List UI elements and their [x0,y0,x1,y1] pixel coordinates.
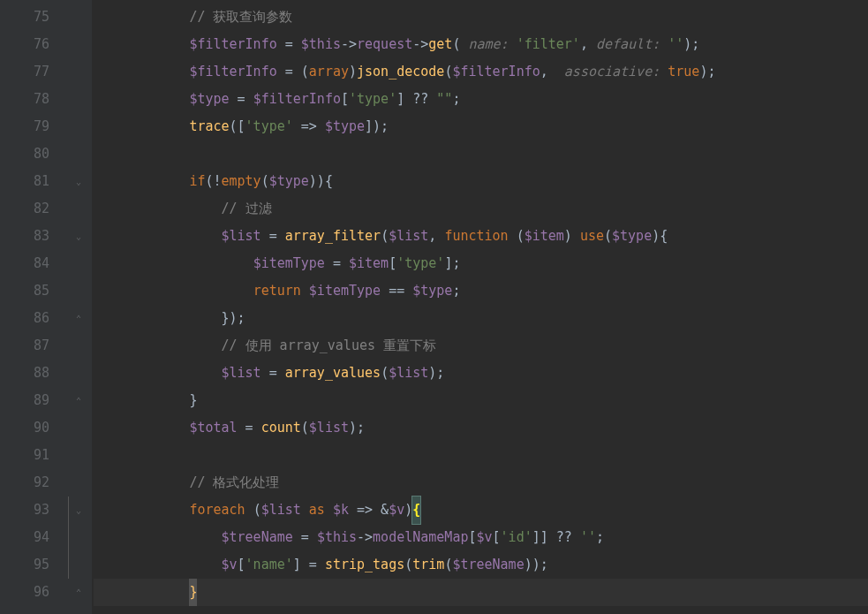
code-line[interactable]: // 使用 array_values 重置下标 [94,332,868,360]
line-number: 91 [0,442,49,469]
token: = [230,86,253,113]
fold-indicator[interactable]: ⌃ [65,579,92,606]
token: ); [699,58,715,86]
token: ( [444,58,452,86]
token: -> [341,31,357,58]
token: $itemType [309,277,381,305]
code-line[interactable] [94,140,868,168]
code-line[interactable]: return $itemType == $type; [94,277,868,305]
token: $treeName [222,524,293,551]
line-number: 78 [0,86,49,113]
token: [ [389,250,396,277]
fold-column[interactable]: ⌄⌄⌃⌃⌄⌃ [65,0,92,614]
code-area[interactable]: // 获取查询参数 $filterInfo = $this->request->… [92,0,868,614]
token: $item [525,223,564,250]
token: strip_tags [325,551,404,579]
code-line[interactable]: // 格式化处理 [94,469,868,497]
code-line[interactable]: // 过滤 [94,195,868,223]
token: array_filter [285,223,381,250]
code-line[interactable] [94,442,868,469]
fold-indicator [65,113,92,140]
code-line[interactable]: } [94,579,868,606]
line-number: 76 [0,31,49,58]
token: json_decode [357,58,444,86]
fold-indicator [65,414,92,442]
token: use [580,223,604,250]
token: ( [381,223,389,250]
token: , [540,58,564,86]
token: ); [683,31,699,58]
line-number: 86 [0,305,49,332]
token: , [428,223,444,250]
fold-indicator [65,31,92,58]
code-line[interactable]: $filterInfo = (array)json_decode($filter… [94,58,868,86]
line-number: 83 [0,223,49,250]
code-line[interactable]: $v['name'] = strip_tags(trim($treeName))… [94,551,868,579]
fold-indicator[interactable]: ⌃ [65,305,92,332]
code-line[interactable]: $filterInfo = $this->request->get( name:… [94,31,868,58]
token: ( [444,551,452,579]
code-line[interactable]: }); [94,305,868,332]
token: ( [404,551,412,579]
token: modelNameMap [373,524,468,551]
line-number: 75 [0,4,49,31]
token: // 获取查询参数 [189,4,292,31]
line-number: 94 [0,524,49,551]
code-line[interactable]: $total = count($list); [94,414,868,442]
fold-indicator [65,58,92,86]
token: trim [412,551,444,579]
token: $v [477,524,493,551]
token: '' [580,524,596,551]
code-line[interactable]: trace(['type' => $type]); [94,113,868,140]
token: // 使用 array_values 重置下标 [222,332,437,360]
token: , [580,31,596,58]
fold-indicator [65,195,92,223]
token: array [309,58,349,86]
token: "" [436,86,452,113]
token: $list [261,497,309,524]
token: ( [604,223,612,250]
token: $total [189,414,237,442]
fold-indicator [65,140,92,168]
line-number: 85 [0,277,49,305]
fold-indicator[interactable]: ⌃ [65,387,92,414]
token: $type [412,277,452,305]
token: 'id' [501,524,532,551]
token: = [261,360,285,387]
token: true [668,58,699,86]
code-line[interactable]: foreach ($list as $k => &$v){ [94,497,868,524]
code-line[interactable]: } [94,387,868,414]
token: ( [452,31,468,58]
token: $filterInfo [189,58,276,86]
line-number: 93 [0,497,49,524]
token: ]] ?? [532,524,580,551]
token: [ [493,524,501,551]
line-number: 77 [0,58,49,86]
token: name: [468,31,516,58]
fold-indicator[interactable]: ⌄ [65,497,92,524]
code-line[interactable]: $list = array_filter($list, function ($i… [94,223,868,250]
code-line[interactable]: $list = array_values($list); [94,360,868,387]
fold-indicator[interactable]: ⌄ [65,168,92,195]
code-line[interactable]: $itemType = $item['type']; [94,250,868,277]
code-line[interactable]: $treeName = $this->modelNameMap[$v['id']… [94,524,868,551]
fold-indicator [65,524,92,551]
fold-indicator [65,277,92,305]
token: ] = [293,551,325,579]
token: ] ?? [396,86,436,113]
code-line[interactable]: // 获取查询参数 [94,4,868,31]
code-line[interactable]: if(!empty($type)){ [94,168,868,195]
token: $this [317,524,357,551]
token: => & [349,497,389,524]
fold-indicator [65,86,92,113]
line-number: 82 [0,195,49,223]
fold-indicator[interactable]: ⌄ [65,223,92,250]
token: 'type' [349,86,396,113]
line-number: 84 [0,250,49,277]
token: (! [205,168,221,195]
token: }); [222,305,245,332]
code-line[interactable]: $type = $filterInfo['type'] ?? ""; [94,86,868,113]
token: ; [452,277,460,305]
token: $list [222,223,261,250]
fold-indicator [65,551,92,579]
